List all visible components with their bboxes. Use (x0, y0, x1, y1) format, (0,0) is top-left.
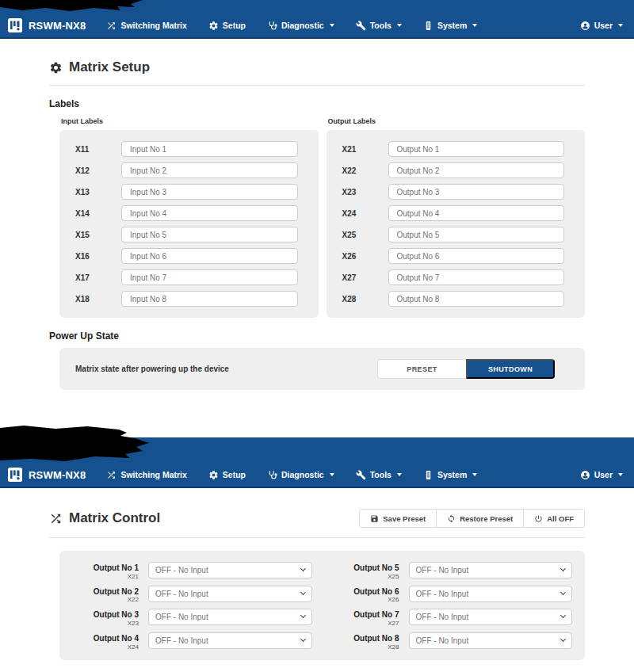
output-name: Output No 2 (72, 587, 139, 597)
output-row: Output No 5X25OFF - No Input (333, 562, 573, 580)
output-source-select-x22[interactable]: OFF - No Input (148, 586, 312, 602)
output-name: Output No 4 (72, 634, 139, 643)
port-id: X11 (75, 145, 121, 154)
output-label-input-x28[interactable] (388, 291, 565, 307)
port-id: X14 (75, 209, 121, 218)
port-id: X24 (342, 209, 388, 218)
port-id: X28 (342, 295, 388, 304)
wrench-icon (356, 470, 366, 480)
save-preset-label: Save Preset (383, 514, 426, 523)
input-label-row: X16 (75, 248, 298, 264)
nav-item-label: Tools (370, 21, 391, 30)
output-row: Output No 1X21OFF - No Input (72, 562, 312, 580)
nav-item-switching-matrix[interactable]: Switching Matrix (106, 470, 186, 480)
output-label-row: X28 (342, 291, 565, 307)
nav-item-label: Switching Matrix (120, 21, 186, 30)
brand[interactable]: RSWM-NX8 (8, 468, 86, 482)
output-name: Output No 8 (333, 634, 399, 643)
user-menu[interactable]: User (580, 470, 623, 480)
nav-item-tools[interactable]: Tools (356, 21, 402, 31)
output-name: Output No 5 (333, 563, 399, 573)
output-source-select-x25[interactable]: OFF - No Input (409, 562, 573, 578)
powerup-card: Matrix state after powering up the devic… (59, 348, 585, 390)
input-labels-heading: Input Labels (61, 117, 319, 125)
user-icon (580, 470, 590, 480)
input-label-input-x11[interactable] (121, 141, 298, 157)
nav-item-label: Setup (223, 21, 246, 30)
chevron-down-icon (330, 24, 334, 27)
restore-icon (447, 514, 456, 523)
input-label-input-x16[interactable] (121, 248, 298, 264)
input-label-row: X18 (75, 291, 298, 307)
input-label-input-x14[interactable] (121, 205, 298, 221)
output-label-input-x23[interactable] (388, 184, 565, 200)
nav-item-label: System (437, 470, 467, 479)
output-label-input-x25[interactable] (388, 227, 565, 242)
input-label-row: X15 (75, 227, 298, 242)
input-labels-card: X11X12X13X14X15X16X17X18 (59, 130, 319, 318)
output-label-row: X25 (342, 227, 565, 242)
all-off-label: All OFF (547, 514, 574, 523)
output-label-input-x27[interactable] (388, 269, 565, 285)
output-label-input-x21[interactable] (388, 141, 565, 157)
matrix-control-screenshot: RSWM-NX8 Switching MatrixSetupDiagnostic… (0, 430, 634, 672)
input-label-row: X12 (75, 162, 298, 178)
all-off-button[interactable]: All OFF (523, 510, 584, 527)
powerup-description: Matrix state after powering up the devic… (75, 365, 229, 373)
output-source-select-x21[interactable]: OFF - No Input (148, 562, 312, 578)
output-row: Output No 6X26OFF - No Input (333, 586, 573, 604)
chevron-down-icon (397, 473, 402, 476)
brand[interactable]: RSWM-NX8 (8, 18, 86, 32)
nav-item-label: Tools (370, 470, 391, 479)
output-source-select-x27[interactable]: OFF - No Input (409, 609, 573, 625)
nav-item-switching-matrix[interactable]: Switching Matrix (106, 21, 186, 31)
output-port: X21 (72, 573, 139, 580)
matrix-control-card: Output No 1X21OFF - No InputOutput No 5X… (59, 551, 585, 660)
save-preset-button[interactable]: Save Preset (360, 510, 436, 527)
shuffle-icon (106, 470, 116, 480)
output-label-input-x26[interactable] (388, 248, 565, 264)
output-row: Output No 7X27OFF - No Input (333, 609, 573, 627)
output-label-input-x24[interactable] (388, 205, 565, 221)
power-icon (534, 514, 543, 523)
chevron-down-icon (618, 473, 623, 476)
nav-item-diagnostic[interactable]: Diagnostic (267, 21, 334, 31)
shuffle-icon (49, 512, 63, 525)
labels-section-heading: Labels (49, 98, 585, 109)
redaction-scribble (0, 0, 143, 11)
output-label-row: X23 (342, 184, 565, 200)
nav-item-setup[interactable]: Setup (208, 470, 246, 480)
input-label-input-x13[interactable] (121, 184, 298, 200)
nav-item-setup[interactable]: Setup (208, 21, 246, 31)
chevron-down-icon (330, 473, 334, 476)
output-label-input-x22[interactable] (388, 162, 565, 178)
nav-item-diagnostic[interactable]: Diagnostic (267, 470, 334, 480)
nav-item-tools[interactable]: Tools (356, 470, 402, 480)
output-port: X22 (72, 596, 139, 603)
output-labels-heading: Output Labels (328, 117, 586, 125)
input-label-input-x18[interactable] (121, 291, 298, 307)
save-icon (370, 514, 379, 523)
user-menu[interactable]: User (580, 21, 623, 31)
nav-item-system[interactable]: System (423, 21, 477, 31)
input-label-input-x17[interactable] (121, 269, 298, 285)
output-port: X24 (72, 643, 139, 651)
chevron-down-icon (618, 24, 623, 27)
output-source-select-x23[interactable]: OFF - No Input (148, 609, 312, 625)
output-source-select-x26[interactable]: OFF - No Input (409, 586, 573, 602)
output-label: Output No 3X23 (72, 609, 139, 627)
input-label-input-x15[interactable] (121, 227, 298, 242)
output-port: X23 (72, 620, 139, 627)
output-label: Output No 4X24 (72, 632, 139, 651)
nav-item-system[interactable]: System (423, 470, 477, 480)
user-menu-label: User (594, 21, 613, 30)
input-label-input-x12[interactable] (121, 162, 298, 178)
restore-preset-button[interactable]: Restore Preset (436, 510, 523, 527)
matrix-control-content: Matrix Control Save Preset Restore Prese… (0, 509, 634, 672)
chip-icon (423, 470, 433, 480)
output-source-select-x28[interactable]: OFF - No Input (409, 632, 573, 649)
output-source-select-x24[interactable]: OFF - No Input (148, 632, 312, 649)
powerup-option-preset[interactable]: PRESET (377, 359, 466, 379)
powerup-option-shutdown[interactable]: SHUTDOWN (466, 359, 555, 379)
output-label: Output No 2X22 (72, 586, 139, 604)
